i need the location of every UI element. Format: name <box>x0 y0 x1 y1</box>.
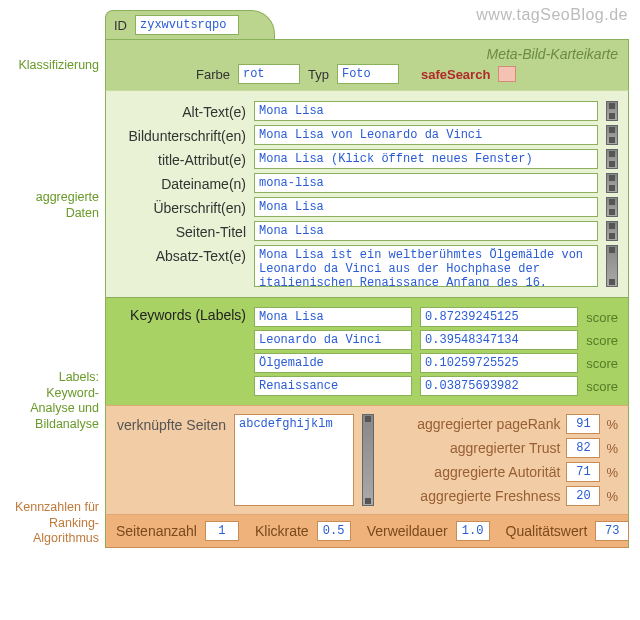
annotation-aggregated-data: aggregierte Daten <box>4 190 99 221</box>
score-label: score <box>586 333 618 348</box>
annotation-metrics: Kennzahlen für Ranking-Algorithmus <box>4 500 99 547</box>
keyword-label-input[interactable] <box>254 376 412 396</box>
ctr-input[interactable] <box>317 521 351 541</box>
color-input[interactable] <box>238 64 300 84</box>
percent-label: % <box>606 441 618 456</box>
filename-label: Dateiname(n) <box>116 173 246 192</box>
ctr-label: Klickrate <box>255 523 309 539</box>
freshness-label: aggregierte Freshness <box>420 488 560 504</box>
id-label: ID <box>114 18 127 33</box>
title-attr-label: title-Attribut(e) <box>116 149 246 168</box>
keyword-label-input[interactable] <box>254 330 412 350</box>
annotation-labels: Labels: Keyword-Analyse und Bildanalyse <box>4 370 99 433</box>
alt-text-label: Alt-Text(e) <box>116 101 246 120</box>
type-label: Typ <box>308 67 329 82</box>
keywords-section: Keywords (Labels) score score score scor… <box>105 297 629 405</box>
linked-pages-label: verknüpfte Seiten <box>116 414 226 433</box>
keyword-row: score <box>254 330 618 350</box>
keyword-row: score <box>254 376 618 396</box>
card-title: Meta-Bild-Karteikarte <box>116 46 618 64</box>
color-label: Farbe <box>196 67 230 82</box>
caption-input[interactable] <box>254 125 598 145</box>
safesearch-checkbox[interactable] <box>498 66 516 82</box>
percent-label: % <box>606 417 618 432</box>
freshness-input[interactable] <box>566 486 600 506</box>
authority-label: aggregierte Autorität <box>434 464 560 480</box>
meta-image-card: ID Meta-Bild-Karteikarte Farbe Typ safeS… <box>105 10 629 548</box>
keyword-score-input[interactable] <box>420 376 578 396</box>
dwell-input[interactable] <box>456 521 490 541</box>
pagecount-label: Seitenanzahl <box>116 523 197 539</box>
trust-label: aggregierter Trust <box>450 440 561 456</box>
id-input[interactable] <box>135 15 239 35</box>
scrollbar-icon[interactable] <box>362 414 374 506</box>
keyword-label-input[interactable] <box>254 307 412 327</box>
keyword-row: score <box>254 353 618 373</box>
scrollbar-icon[interactable] <box>606 149 618 169</box>
page-title-label: Seiten-Titel <box>116 221 246 240</box>
keyword-score-input[interactable] <box>420 330 578 350</box>
percent-label: % <box>606 465 618 480</box>
pagerank-label: aggregierter pageRank <box>417 416 560 432</box>
heading-input[interactable] <box>254 197 598 217</box>
title-attr-input[interactable] <box>254 149 598 169</box>
heading-label: Überschrift(en) <box>116 197 246 216</box>
scrollbar-icon[interactable] <box>606 173 618 193</box>
scrollbar-icon[interactable] <box>606 245 618 287</box>
type-input[interactable] <box>337 64 399 84</box>
linked-section: verknüpfte Seiten aggregierter pageRank … <box>105 405 629 514</box>
classification-section: Meta-Bild-Karteikarte Farbe Typ safeSear… <box>105 39 629 90</box>
keyword-score-input[interactable] <box>420 307 578 327</box>
card-tab: ID <box>105 10 275 39</box>
scrollbar-icon[interactable] <box>606 101 618 121</box>
page-title-input[interactable] <box>254 221 598 241</box>
trust-input[interactable] <box>566 438 600 458</box>
caption-label: Bildunterschrift(en) <box>116 125 246 144</box>
annotation-classification: Klassifizierung <box>4 58 99 74</box>
keyword-row: score <box>254 307 618 327</box>
quality-input[interactable] <box>595 521 629 541</box>
score-label: score <box>586 310 618 325</box>
paragraph-label: Absatz-Text(e) <box>116 245 246 264</box>
keywords-header: Keywords (Labels) <box>116 304 246 323</box>
safesearch-label: safeSearch <box>421 67 490 82</box>
keyword-score-input[interactable] <box>420 353 578 373</box>
keyword-label-input[interactable] <box>254 353 412 373</box>
pagerank-input[interactable] <box>566 414 600 434</box>
scrollbar-icon[interactable] <box>606 197 618 217</box>
score-label: score <box>586 379 618 394</box>
quality-label: Qualitätswert <box>506 523 588 539</box>
bottom-bar: Seitenanzahl Klickrate Verweildauer Qual… <box>105 514 629 548</box>
scrollbar-icon[interactable] <box>606 125 618 145</box>
percent-label: % <box>606 489 618 504</box>
pagecount-input[interactable] <box>205 521 239 541</box>
dwell-label: Verweildauer <box>367 523 448 539</box>
alt-text-input[interactable] <box>254 101 598 121</box>
filename-input[interactable] <box>254 173 598 193</box>
linked-pages-input[interactable] <box>234 414 354 506</box>
aggregated-data-section: Alt-Text(e) Bildunterschrift(en) title-A… <box>105 90 629 297</box>
score-label: score <box>586 356 618 371</box>
authority-input[interactable] <box>566 462 600 482</box>
paragraph-input[interactable] <box>254 245 598 287</box>
scrollbar-icon[interactable] <box>606 221 618 241</box>
